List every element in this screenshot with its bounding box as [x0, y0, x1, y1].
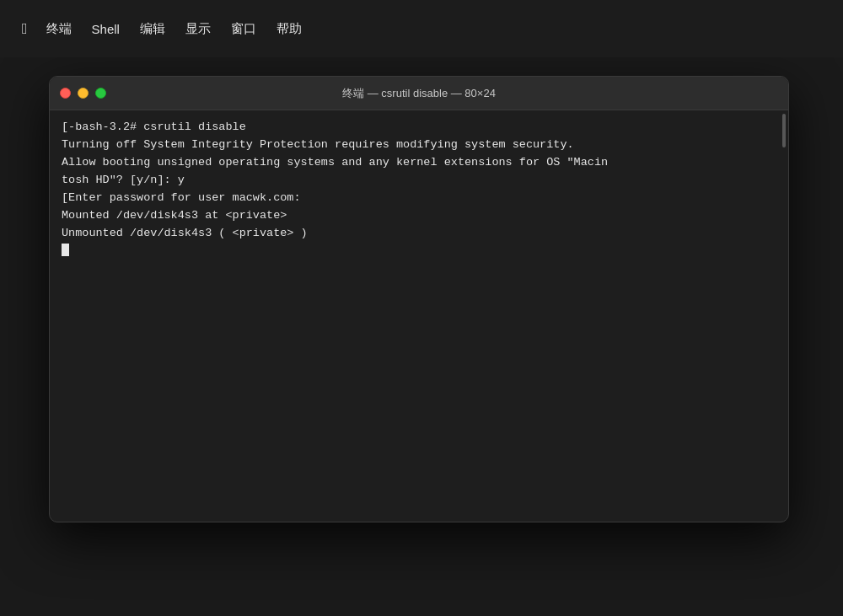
traffic-lights [60, 88, 106, 99]
window-title: 终端 — csrutil disable — 80×24 [342, 86, 496, 101]
terminal-window: 终端 — csrutil disable — 80×24 [-bash-3.2#… [49, 76, 789, 522]
terminal-output[interactable]: [-bash-3.2# csrutil disableTurning off S… [50, 110, 788, 268]
terminal-cursor [62, 244, 69, 256]
edit-menu[interactable]: 编辑 [130, 18, 175, 40]
terminal-line-2: Turning off System Integrity Protection … [62, 137, 776, 154]
shell-menu[interactable]: Shell [82, 19, 130, 40]
terminal-cursor-line [62, 242, 776, 260]
terminal-line-6: [Enter password for user macwk.com: [62, 190, 776, 207]
window-menu[interactable]: 窗口 [221, 18, 266, 40]
terminal-line-3: Allow booting unsigned operating systems… [62, 154, 776, 172]
terminal-line-1: [-bash-3.2# csrutil disable [62, 119, 776, 137]
help-menu[interactable]: 帮助 [266, 18, 312, 40]
terminal-app-menu[interactable]: 终端 [36, 18, 82, 40]
minimize-button[interactable] [78, 88, 89, 99]
menubar:  终端 Shell 编辑 显示 窗口 帮助 [0, 0, 843, 57]
maximize-button[interactable] [95, 88, 106, 99]
terminal-line-8: Unmounted /dev/disk4s3 ( <private> ) [62, 225, 776, 243]
terminal-line-4: tosh HD"? [y/n]: y [62, 172, 776, 190]
terminal-line-7: Mounted /dev/disk4s3 at <private> [62, 207, 776, 225]
view-menu[interactable]: 显示 [175, 18, 221, 40]
apple-menu[interactable]:  [13, 17, 36, 41]
close-button[interactable] [60, 88, 71, 99]
title-bar: 终端 — csrutil disable — 80×24 [50, 77, 788, 110]
